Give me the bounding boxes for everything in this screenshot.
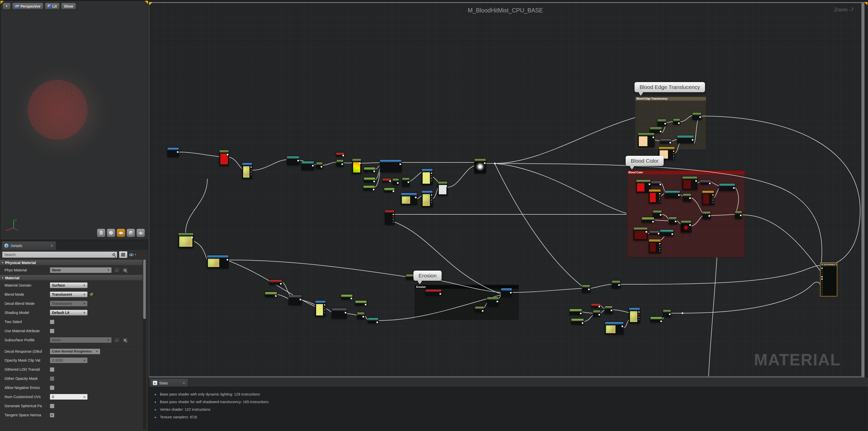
output-pin[interactable] (678, 122, 680, 124)
output-pin[interactable] (673, 153, 674, 154)
graph-node[interactable] (660, 230, 674, 236)
output-pin[interactable] (482, 310, 484, 312)
graph-node[interactable] (501, 288, 512, 297)
checkbox-generate-spherical-pa[interactable] (50, 404, 55, 408)
graph-node[interactable] (341, 294, 352, 299)
graph-node[interactable] (316, 162, 323, 169)
output-pin[interactable] (350, 298, 352, 299)
graph-node[interactable] (649, 231, 660, 235)
output-pin[interactable] (712, 199, 714, 201)
checkbox-two-sided[interactable] (50, 320, 55, 324)
graph-node[interactable] (422, 169, 433, 185)
graph-node[interactable] (288, 295, 302, 305)
output-pin[interactable] (312, 165, 314, 166)
output-pin[interactable] (342, 155, 344, 156)
input-pin[interactable] (822, 289, 823, 291)
graph-node[interactable] (178, 233, 193, 248)
view-options-button[interactable]: ▼ (129, 253, 137, 256)
graph-node[interactable] (677, 135, 694, 143)
output-pin[interactable] (622, 326, 623, 327)
section-header[interactable]: ▾Material (0, 275, 143, 281)
graph-node[interactable] (363, 186, 375, 191)
graph-node[interactable] (683, 194, 691, 202)
output-pin[interactable] (431, 172, 432, 174)
graph-node[interactable] (702, 191, 714, 205)
output-pin[interactable] (400, 163, 401, 165)
output-pin[interactable] (227, 154, 228, 155)
display-filter-button[interactable] (119, 251, 127, 258)
input-pin[interactable] (822, 283, 823, 284)
graph-node[interactable] (633, 227, 648, 240)
output-pin[interactable] (397, 182, 399, 184)
graph-node[interactable] (364, 167, 375, 172)
graph-node[interactable] (673, 119, 680, 125)
output-pin[interactable] (638, 314, 640, 315)
output-pin[interactable] (431, 194, 432, 196)
output-pin[interactable] (415, 197, 416, 198)
output-pin[interactable] (376, 322, 378, 323)
output-pin[interactable] (484, 162, 486, 164)
output-pin[interactable] (297, 160, 299, 161)
graph-node[interactable] (735, 211, 742, 219)
details-scrollbar[interactable] (143, 260, 146, 430)
graph-node[interactable] (703, 211, 711, 220)
dropdown-blend-mode[interactable]: Translucent▼ (50, 291, 88, 297)
graph-node[interactable] (638, 133, 655, 147)
output-pin[interactable] (393, 214, 394, 215)
input-pin[interactable] (822, 285, 823, 286)
graph-node[interactable] (582, 285, 590, 293)
output-pin[interactable] (321, 166, 322, 167)
tab-details[interactable]: i Details ✕ (2, 241, 56, 250)
graph-node[interactable] (591, 303, 600, 308)
graph-node[interactable] (438, 181, 447, 196)
graph-node[interactable] (364, 177, 375, 183)
graph-node[interactable] (692, 112, 702, 120)
input-pin[interactable] (822, 294, 823, 295)
output-pin[interactable] (408, 181, 409, 183)
graph-node[interactable] (604, 306, 613, 314)
output-pin[interactable] (393, 191, 394, 192)
output-pin[interactable] (250, 171, 252, 173)
graph-node[interactable] (207, 255, 229, 268)
graph-node[interactable] (315, 300, 326, 317)
graph-node[interactable] (571, 319, 584, 325)
graph-node[interactable] (660, 139, 672, 144)
checkbox-allow-negative-emiss[interactable] (50, 386, 55, 390)
output-pin[interactable] (393, 222, 394, 223)
output-pin[interactable] (673, 151, 674, 152)
graph-node[interactable] (384, 188, 395, 192)
graph-node[interactable] (336, 160, 343, 167)
input-pin[interactable] (822, 281, 823, 282)
graph-node[interactable] (629, 308, 640, 323)
output-pin[interactable] (659, 248, 660, 249)
output-pin[interactable] (440, 293, 441, 295)
number-field-num-customized-uvs[interactable]: 0⇲ (50, 394, 88, 400)
output-pin[interactable] (365, 304, 366, 305)
close-icon[interactable]: ✕ (44, 244, 53, 248)
reroute-node[interactable] (494, 163, 496, 164)
search-input[interactable]: Search (2, 251, 117, 258)
output-pin[interactable] (652, 221, 654, 223)
section-header[interactable]: ▾Physical Material (0, 260, 143, 266)
output-pin[interactable] (659, 193, 660, 194)
output-pin[interactable] (510, 292, 512, 293)
output-pin[interactable] (709, 183, 711, 184)
output-pin[interactable] (692, 139, 693, 141)
output-pin[interactable] (227, 259, 228, 261)
output-pin[interactable] (695, 180, 697, 182)
show-button[interactable]: Show (61, 3, 76, 10)
output-pin[interactable] (660, 214, 661, 216)
output-pin[interactable] (669, 313, 671, 315)
graph-node[interactable] (425, 289, 442, 295)
output-pin[interactable] (689, 197, 691, 199)
reset-to-default-icon[interactable]: ↺ (90, 292, 93, 297)
graph-node[interactable] (270, 280, 282, 285)
output-pin[interactable] (611, 310, 612, 311)
graph-node[interactable] (355, 300, 367, 306)
output-pin[interactable] (431, 197, 432, 198)
output-pin[interactable] (673, 158, 674, 159)
graph-node[interactable] (663, 310, 671, 317)
output-pin[interactable] (646, 231, 647, 233)
output-pin[interactable] (431, 175, 432, 176)
graph-node[interactable] (682, 176, 698, 190)
